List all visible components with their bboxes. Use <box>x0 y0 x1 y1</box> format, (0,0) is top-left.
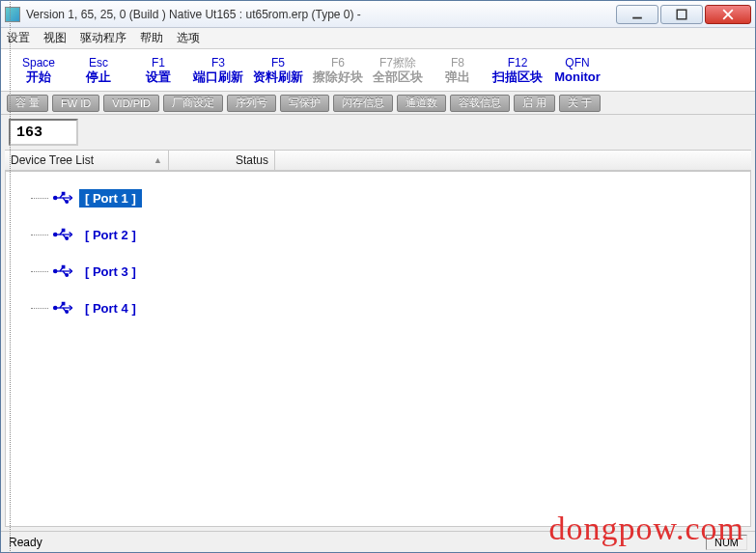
menu-help[interactable]: 帮助 <box>140 30 163 46</box>
fkey-label: 扫描区块 <box>492 69 543 85</box>
svg-rect-25 <box>62 302 64 304</box>
fkey-key: QFN <box>565 56 589 69</box>
column-status[interactable]: Status <box>169 151 275 170</box>
tree-branch-line <box>31 308 48 309</box>
svg-point-15 <box>66 237 69 240</box>
fkey-key: Esc <box>89 56 108 69</box>
svg-rect-1 <box>677 10 686 19</box>
svg-point-9 <box>66 201 69 204</box>
status-numlock: NUM <box>706 535 747 550</box>
column-label: Device Tree List <box>11 153 94 167</box>
port-label: [ Port 1 ] <box>79 189 142 207</box>
fkey-esc[interactable]: Esc停止 <box>69 56 128 85</box>
fkey-f8: F8弹出 <box>428 56 488 85</box>
fkey-label: 资料刷新 <box>253 69 303 85</box>
fkey-label: 开始 <box>26 69 51 85</box>
fkey-key: F5 <box>271 56 285 69</box>
tree-connector-line <box>10 171 11 527</box>
toolbar-button-2[interactable]: VID/PID <box>103 95 159 112</box>
usb-icon <box>52 189 75 207</box>
port-row-3[interactable]: [ Port 3 ] <box>21 253 750 290</box>
close-button[interactable] <box>705 5 751 24</box>
minimize-button[interactable] <box>616 5 658 24</box>
menu-view[interactable]: 视图 <box>43 30 67 46</box>
svg-point-23 <box>54 306 57 309</box>
toolbar-button-5[interactable]: 写保护 <box>280 95 329 112</box>
usb-icon <box>52 263 75 280</box>
svg-point-11 <box>54 233 57 235</box>
maximize-button[interactable] <box>660 5 703 24</box>
app-window: Version 1, 65, 25, 0 (Build ) Native Ut1… <box>0 0 756 553</box>
column-headers: Device Tree List ▲ Status <box>5 150 751 171</box>
port-row-4[interactable]: [ Port 4 ] <box>21 290 750 326</box>
tree-branch-line <box>31 271 48 272</box>
svg-rect-13 <box>62 229 64 231</box>
fkey-f7擦除: F7擦除全部区块 <box>368 56 428 85</box>
fkey-f5[interactable]: F5资料刷新 <box>248 56 308 85</box>
fkey-key: F12 <box>508 56 528 69</box>
toolbar-button-4[interactable]: 序列号 <box>227 95 276 112</box>
status-ready: Ready <box>9 536 42 549</box>
svg-point-27 <box>66 311 69 314</box>
fkey-key: Space <box>22 56 55 69</box>
window-title: Version 1, 65, 25, 0 (Build ) Native Ut1… <box>26 8 616 21</box>
fkey-label: 弹出 <box>445 69 470 85</box>
fkey-qfn[interactable]: QFNMonitor <box>547 56 607 85</box>
svg-point-21 <box>66 274 69 277</box>
toolbar-button-3[interactable]: 厂商设定 <box>163 95 223 112</box>
menu-driver[interactable]: 驱动程序 <box>80 30 126 46</box>
port-label: [ Port 2 ] <box>79 226 142 244</box>
fkey-key: F8 <box>451 56 464 69</box>
window-controls <box>616 5 751 24</box>
fkey-f1[interactable]: F1设置 <box>128 56 188 85</box>
toolbar: 容 量FW IDVID/PID厂商设定序列号写保护闪存信息通道数容载信息启 用关… <box>1 92 755 115</box>
toolbar-button-1[interactable]: FW ID <box>52 95 99 112</box>
fkey-space[interactable]: Space开始 <box>9 56 69 85</box>
function-key-bar: Space开始Esc停止F1设置F3端口刷新F5资料刷新F6擦除好块F7擦除全部… <box>1 49 755 92</box>
toolbar-button-7[interactable]: 通道数 <box>397 95 446 112</box>
tree-branch-line <box>31 235 48 235</box>
fkey-f3[interactable]: F3端口刷新 <box>188 56 248 85</box>
toolbar-button-0[interactable]: 容 量 <box>7 95 48 112</box>
toolbar-button-6[interactable]: 闪存信息 <box>333 95 393 112</box>
titlebar: Version 1, 65, 25, 0 (Build ) Native Ut1… <box>1 1 755 28</box>
column-device-tree[interactable]: Device Tree List ▲ <box>5 151 169 170</box>
fkey-key: F7擦除 <box>379 56 416 69</box>
counter-display: 163 <box>9 119 78 146</box>
menu-options[interactable]: 选项 <box>177 30 200 46</box>
fkey-label: 设置 <box>146 69 171 85</box>
usb-icon <box>52 226 75 243</box>
fkey-key: F6 <box>331 56 345 69</box>
svg-point-17 <box>54 269 57 272</box>
menubar: 设置 视图 驱动程序 帮助 选项 <box>1 28 755 49</box>
svg-rect-7 <box>62 192 64 194</box>
fkey-f6: F6擦除好块 <box>308 56 368 85</box>
toolbar-button-9[interactable]: 启 用 <box>514 95 555 112</box>
statusbar: Ready NUM <box>1 531 755 552</box>
usb-icon <box>52 299 75 317</box>
sort-arrow-icon: ▲ <box>154 155 162 165</box>
tree-branch-line <box>31 198 48 199</box>
fkey-label: 全部区块 <box>373 69 423 85</box>
device-tree-list[interactable]: [ Port 1 ][ Port 2 ][ Port 3 ][ Port 4 ] <box>5 171 751 527</box>
port-label: [ Port 4 ] <box>79 299 142 318</box>
fkey-label: Monitor <box>554 69 601 85</box>
toolbar-button-8[interactable]: 容载信息 <box>450 95 510 112</box>
fkey-key: F3 <box>211 56 225 69</box>
svg-rect-19 <box>62 265 64 267</box>
fkey-key: F1 <box>152 56 165 69</box>
app-icon <box>5 7 20 22</box>
port-label: [ Port 3 ] <box>79 263 142 281</box>
fkey-label: 擦除好块 <box>313 69 363 85</box>
column-label: Status <box>236 153 268 167</box>
port-row-1[interactable]: [ Port 1 ] <box>21 180 750 216</box>
toolbar-button-10[interactable]: 关 于 <box>559 95 601 112</box>
fkey-f12[interactable]: F12扫描区块 <box>488 56 547 85</box>
fkey-label: 端口刷新 <box>193 69 243 85</box>
svg-point-5 <box>54 196 57 199</box>
port-row-2[interactable]: [ Port 2 ] <box>21 216 750 253</box>
fkey-label: 停止 <box>86 69 111 85</box>
